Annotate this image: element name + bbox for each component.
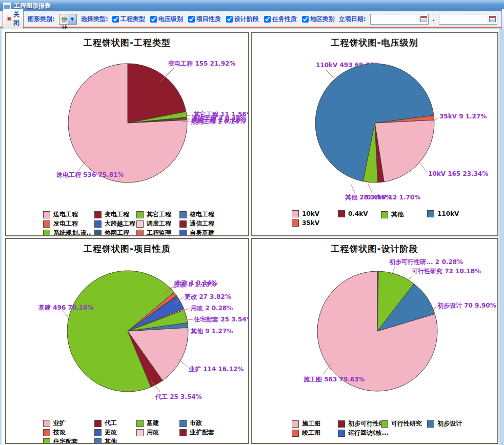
legend-swatch — [179, 211, 187, 218]
filter-checkbox-设计阶段[interactable]: 设计阶段 — [226, 15, 259, 24]
legend-item: 发电工程 — [43, 219, 78, 228]
legend-item: 大跨越工程 — [94, 219, 135, 228]
legend-swatch — [338, 210, 345, 217]
legend-swatch — [292, 420, 299, 428]
legend-item: 施工图 — [292, 419, 320, 428]
legend-label: 送电工程 — [53, 210, 78, 219]
legend-label: 用改 — [147, 428, 159, 437]
chevron-down-icon[interactable]: ▼ — [68, 14, 76, 24]
legend-label: 大跨越工程 — [105, 219, 135, 228]
legend-item: 调度工程 — [136, 219, 171, 228]
chart-type-label: 图形类别: — [28, 15, 55, 24]
legend-item: 工程监理 — [136, 229, 171, 236]
checkbox-input[interactable] — [188, 16, 195, 23]
legend-swatch — [179, 220, 187, 228]
legend-row: 35kV — [252, 219, 497, 229]
checkbox-label: 地区类别 — [310, 15, 335, 24]
pie-slice-10kV — [375, 120, 434, 182]
legend-swatch — [43, 420, 50, 427]
checkbox-label: 工程类型 — [120, 15, 145, 24]
filter-checkbox-地区类别[interactable]: 地区类别 — [302, 15, 335, 24]
filter-checkbox-项目性质[interactable]: 项目性质 — [188, 15, 221, 24]
checkbox-label: 电压级别 — [158, 15, 183, 24]
legend-swatch — [94, 220, 102, 228]
checkbox-label: 任务性质 — [272, 15, 297, 24]
legend-item: 市政 — [179, 419, 202, 428]
date-from-input[interactable] — [371, 15, 419, 24]
chart-title: 工程饼状图-电压级别 — [252, 37, 497, 49]
legend-item: 0.4kV — [338, 210, 368, 217]
slice-label: 初步设计 70 9.90% — [437, 301, 496, 310]
legend-swatch — [179, 230, 187, 237]
calendar-icon[interactable] — [419, 15, 428, 24]
slice-label: 住宅配套 25 3.54% — [194, 315, 249, 324]
date-separator: . — [433, 15, 435, 23]
legend-label: 住宅配套 — [53, 437, 78, 444]
chart-type-dropdown[interactable]: 饼状图 ▼ — [59, 14, 77, 25]
legend-swatch — [179, 429, 187, 436]
legend-swatch — [338, 420, 345, 428]
legend-item: 技改 — [43, 428, 66, 437]
legend-row: 发电工程大跨越工程调度工程通信工程 — [6, 219, 248, 229]
legend-swatch — [136, 220, 144, 228]
select-type-label: 选择类型: — [81, 15, 108, 24]
checkbox-input[interactable] — [150, 16, 157, 23]
legend-item: 110kV — [427, 210, 459, 217]
chart-title: 工程饼状图-项目性质 — [6, 243, 248, 255]
legend-label: 变电工程 — [105, 210, 129, 219]
legend-label: 竣工图 — [302, 429, 320, 437]
legend-swatch — [179, 420, 187, 427]
type-checkbox-strip: 工程类型电压级别项目性质设计阶段任务性质地区类别 — [112, 15, 335, 24]
report-window: 工程图形报表 ✖ 关闭 图形类别: 饼状图 ▼ 选择类型: 工程类型电压级别项目… — [0, 0, 504, 445]
legend-swatch — [94, 438, 102, 444]
legend-item: 业扩 — [43, 419, 66, 428]
legend-label: 业扩配套 — [190, 428, 214, 437]
date-to-input[interactable] — [439, 15, 488, 24]
slice-label: 其他 9 1.27% — [191, 327, 233, 336]
legend-item: 基建 — [136, 419, 159, 428]
checkbox-input[interactable] — [302, 16, 309, 23]
legend-swatch — [43, 220, 50, 228]
filter-button[interactable]: 筛选 — [501, 9, 504, 29]
legend-swatch — [292, 219, 299, 227]
legend-item: 送电工程 — [43, 210, 78, 219]
pie-chart — [6, 239, 248, 443]
legend-row: 系统规划,设..热网工程工程监理自身基建 — [6, 229, 248, 236]
slice-label: 代工 25 3.54% — [155, 393, 202, 401]
chart-legend: 送电工程变电工程其它工程核电工程发电工程大跨越工程调度工程通信工程系统规划,设.… — [6, 210, 248, 236]
calendar-icon[interactable] — [488, 15, 497, 24]
legend-item: 住宅配套 — [43, 437, 78, 444]
legend-swatch — [136, 211, 144, 218]
legend-swatch — [43, 438, 50, 444]
legend-row: 业扩代工基建市政 — [6, 419, 248, 428]
legend-label: 0.4kV — [348, 210, 368, 217]
legend-label: 初步设计 — [437, 419, 462, 428]
legend-label: 施工图 — [302, 419, 320, 428]
date-to-field[interactable] — [439, 14, 497, 25]
legend-item: 初步设计 — [427, 419, 462, 428]
filter-checkbox-电压级别[interactable]: 电压级别 — [150, 15, 183, 24]
slice-label: 初步可行性研... 2 0.28% — [389, 258, 463, 267]
filter-checkbox-任务性质[interactable]: 任务性质 — [264, 15, 297, 24]
legend-row: 竣工图运行回访(核... — [252, 429, 497, 438]
legend-label: 其它工程 — [147, 210, 171, 219]
legend-swatch — [136, 429, 144, 436]
checkbox-input[interactable] — [264, 16, 271, 23]
close-button-label: 关闭 — [13, 10, 19, 28]
legend-label: 其他 — [391, 210, 404, 219]
filter-checkbox-工程类型[interactable]: 工程类型 — [112, 15, 145, 24]
legend-item: 用改 — [136, 428, 159, 437]
legend-item: 核电工程 — [179, 210, 214, 219]
legend-swatch — [136, 230, 144, 237]
legend-swatch — [94, 429, 102, 436]
legend-swatch — [43, 230, 50, 237]
close-button[interactable]: ✖ 关闭 — [3, 9, 24, 29]
legend-swatch — [94, 211, 102, 218]
checkbox-input[interactable] — [226, 16, 233, 23]
legend-label: 自身基建 — [190, 229, 214, 236]
legend-item: 热网工程 — [94, 229, 129, 236]
window-icon — [3, 3, 11, 9]
date-from-field[interactable] — [370, 14, 429, 25]
checkbox-input[interactable] — [112, 16, 119, 23]
legend-swatch — [381, 420, 388, 428]
